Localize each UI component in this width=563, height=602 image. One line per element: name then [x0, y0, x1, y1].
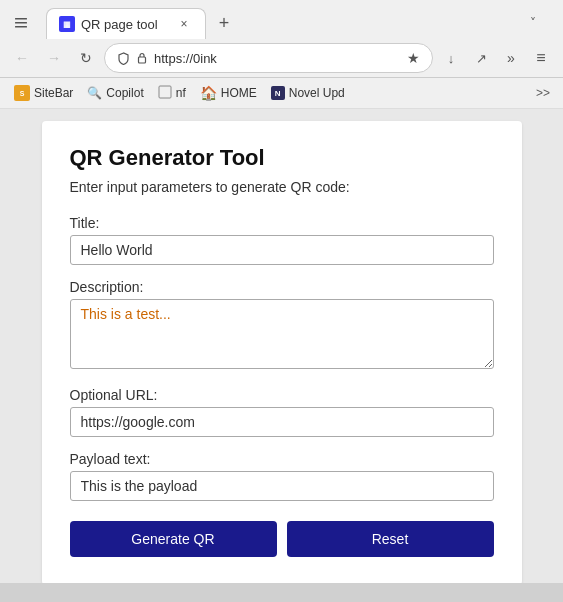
- share-icon: ↗: [476, 51, 487, 66]
- url-input[interactable]: [70, 407, 494, 437]
- tab-favicon: ▦: [59, 16, 75, 32]
- window-controls: [8, 10, 34, 36]
- payload-label: Payload text:: [70, 451, 494, 467]
- title-field-group: Title:: [70, 215, 494, 265]
- bookmark-novel-label: Novel Upd: [289, 86, 345, 100]
- sidebar-favicon: S: [14, 85, 30, 101]
- payload-input[interactable]: [70, 471, 494, 501]
- nav-bar: ← → ↻ https://0ink ★ ↓: [0, 39, 563, 78]
- address-text: https://0ink: [154, 51, 401, 66]
- novel-favicon: N: [271, 86, 285, 100]
- bookmark-novel[interactable]: N Novel Upd: [265, 84, 351, 102]
- refresh-icon: ↻: [80, 50, 92, 66]
- bookmarks-bar: S SiteBar 🔍 Copilot nf 🏠 HOME N Novel Up…: [0, 78, 563, 109]
- generate-qr-button[interactable]: Generate QR: [70, 521, 277, 557]
- hamburger-icon: ≡: [536, 49, 545, 67]
- description-label: Description:: [70, 279, 494, 295]
- card-title: QR Generator Tool: [70, 145, 494, 171]
- description-field-group: Description: This is a test...: [70, 279, 494, 373]
- bookmark-sidebar[interactable]: S SiteBar: [8, 83, 79, 103]
- tab-list-chevron[interactable]: ˅: [519, 9, 547, 37]
- lock-icon: [136, 52, 148, 64]
- new-tab-button[interactable]: +: [210, 9, 238, 37]
- address-bar[interactable]: https://0ink ★: [104, 43, 433, 73]
- bookmark-star-icon[interactable]: ★: [407, 50, 420, 66]
- forward-button[interactable]: →: [40, 44, 68, 72]
- svg-rect-1: [15, 22, 27, 24]
- share-button[interactable]: ↗: [467, 44, 495, 72]
- refresh-button[interactable]: ↻: [72, 44, 100, 72]
- bookmarks-more-icon: >>: [536, 86, 550, 100]
- reset-button[interactable]: Reset: [287, 521, 494, 557]
- svg-rect-4: [159, 86, 171, 98]
- shield-icon: [117, 52, 130, 65]
- svg-rect-2: [15, 26, 27, 28]
- tab-bar: ▦ QR page tool × + ˅: [38, 8, 555, 39]
- home-icon: 🏠: [200, 85, 217, 101]
- title-label: Title:: [70, 215, 494, 231]
- bookmark-home-label: HOME: [221, 86, 257, 100]
- bookmark-nf-label: nf: [176, 86, 186, 100]
- back-button[interactable]: ←: [8, 44, 36, 72]
- url-field-group: Optional URL:: [70, 387, 494, 437]
- downloads-button[interactable]: ↓: [437, 44, 465, 72]
- download-icon: ↓: [448, 51, 455, 66]
- qr-generator-card: QR Generator Tool Enter input parameters…: [42, 121, 522, 583]
- bookmark-nf[interactable]: nf: [152, 83, 192, 104]
- bookmark-copilot[interactable]: 🔍 Copilot: [81, 84, 149, 102]
- back-icon: ←: [15, 50, 29, 66]
- bookmark-copilot-label: Copilot: [106, 86, 143, 100]
- tab-close-button[interactable]: ×: [175, 15, 193, 33]
- browser-chrome: ▦ QR page tool × + ˅ ← → ↻: [0, 0, 563, 109]
- bookmark-home[interactable]: 🏠 HOME: [194, 83, 263, 103]
- title-input[interactable]: [70, 235, 494, 265]
- nav-actions: ↓ ↗ » ≡: [437, 44, 555, 72]
- sidebar-toggle-button[interactable]: [8, 10, 34, 36]
- bookmark-sidebar-label: SiteBar: [34, 86, 73, 100]
- extensions-button[interactable]: »: [497, 44, 525, 72]
- svg-rect-0: [15, 18, 27, 20]
- card-subtitle: Enter input parameters to generate QR co…: [70, 179, 494, 195]
- active-tab[interactable]: ▦ QR page tool ×: [46, 8, 206, 39]
- svg-rect-3: [139, 57, 146, 63]
- bookmarks-more-button[interactable]: >>: [531, 81, 555, 105]
- menu-button[interactable]: ≡: [527, 44, 555, 72]
- description-textarea[interactable]: This is a test...: [70, 299, 494, 369]
- payload-field-group: Payload text:: [70, 451, 494, 501]
- page-content: QR Generator Tool Enter input parameters…: [0, 109, 563, 583]
- tab-title: QR page tool: [81, 17, 169, 32]
- copilot-icon: 🔍: [87, 86, 102, 100]
- extensions-icon: »: [507, 50, 515, 66]
- url-label: Optional URL:: [70, 387, 494, 403]
- title-bar: ▦ QR page tool × + ˅: [0, 0, 563, 39]
- forward-icon: →: [47, 50, 61, 66]
- button-row: Generate QR Reset: [70, 521, 494, 557]
- nf-icon: [158, 85, 172, 102]
